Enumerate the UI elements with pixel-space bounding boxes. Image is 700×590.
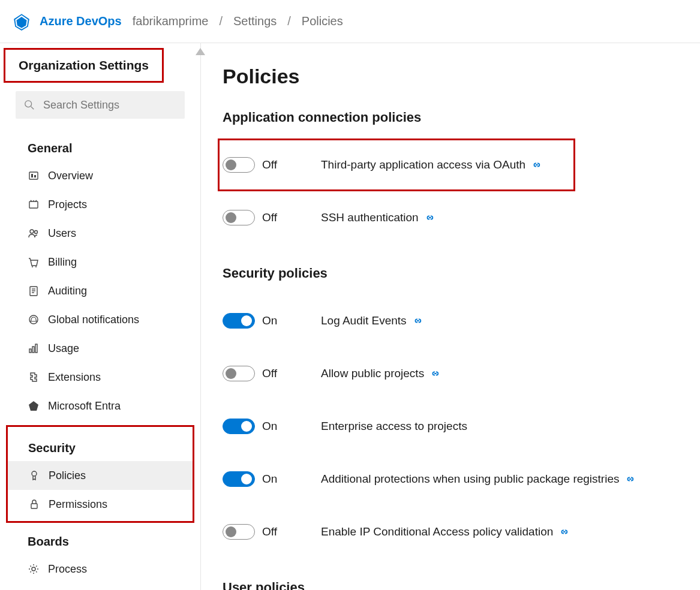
search-icon [24, 99, 35, 111]
policy-toggle-state: On [262, 314, 313, 327]
policy-toggle-state: On [262, 472, 313, 486]
link-icon[interactable] [531, 160, 541, 170]
breadcrumb-separator: / [287, 14, 291, 28]
notifications-icon [28, 314, 40, 326]
sidebar-item-extensions[interactable]: Extensions [0, 363, 200, 392]
sidebar-item-label: Permissions [49, 498, 107, 511]
page-title: Policies [223, 65, 688, 88]
policy-name: Allow public projects [321, 367, 440, 380]
policy-name: Enterprise access to projects [321, 420, 467, 433]
policy-toggle[interactable] [223, 210, 255, 225]
breadcrumb-org[interactable]: fabrikamprime [133, 14, 209, 28]
sidebar-security-highlight: Security PoliciesPermissions [6, 425, 194, 523]
sidebar-item-label: Global notifications [48, 314, 139, 326]
projects-icon [28, 198, 40, 210]
sidebar-item-label: Billing [48, 256, 77, 269]
policy-toggle-state: On [262, 420, 313, 433]
sidebar-item-permissions[interactable]: Permissions [8, 490, 193, 519]
policy-toggle-state: Off [262, 367, 313, 380]
policy-name-text: Third-party application access via OAuth [321, 158, 525, 171]
policy-name: Additional protections when using public… [321, 472, 635, 486]
policy-toggle[interactable] [223, 524, 255, 540]
link-icon[interactable] [413, 316, 422, 326]
policy-row: OnAdditional protections when using publ… [223, 453, 688, 505]
link-icon[interactable] [559, 527, 569, 537]
azure-devops-logo-icon[interactable] [12, 12, 31, 31]
sidebar-item-label: Overview [48, 170, 93, 182]
sidebar-item-global-notifications[interactable]: Global notifications [0, 305, 200, 334]
sidebar-item-users[interactable]: Users [0, 219, 200, 248]
breadcrumb-brand[interactable]: Azure DevOps [40, 14, 122, 28]
policy-toggle[interactable] [223, 157, 255, 173]
link-icon[interactable] [625, 474, 635, 484]
billing-icon [28, 256, 40, 268]
sidebar: Organization Settings General OverviewPr… [0, 43, 201, 590]
policy-row: OnEnterprise access to projects [223, 400, 688, 453]
sidebar-title: Organization Settings [4, 48, 164, 83]
policy-name-text: Log Audit Events [321, 314, 407, 327]
policies-icon [28, 469, 40, 481]
policy-row: OnLog Audit Events [223, 294, 688, 347]
policy-section-title: Application connection policies [223, 110, 688, 125]
policy-section-title: User policies [223, 580, 688, 590]
policy-row: OffSSH authentication [223, 191, 688, 244]
sidebar-item-auditing[interactable]: Auditing [0, 276, 200, 305]
sidebar-item-billing[interactable]: Billing [0, 248, 200, 276]
sidebar-item-process[interactable]: Process [0, 555, 200, 583]
policy-row: OffEnable IP Conditional Access policy v… [223, 505, 688, 558]
sidebar-section-boards: Boards [0, 523, 200, 555]
sidebar-item-label: Process [48, 563, 87, 576]
policy-name-text: SSH authentication [321, 211, 419, 224]
policy-toggle[interactable] [223, 366, 255, 381]
sidebar-item-label: Extensions [48, 371, 101, 384]
link-icon[interactable] [425, 213, 434, 222]
policy-name: Enable IP Conditional Access policy vali… [321, 525, 569, 538]
policy-toggle-state: Off [262, 211, 313, 224]
breadcrumb-settings[interactable]: Settings [233, 14, 277, 28]
policy-name-text: Allow public projects [321, 367, 424, 380]
entra-icon [28, 400, 40, 412]
breadcrumb-separator: / [219, 14, 223, 28]
policy-name: Log Audit Events [321, 314, 422, 327]
main-content: Policies Application connection policies… [201, 43, 700, 590]
policy-toggle[interactable] [223, 419, 255, 434]
policy-toggle-state: Off [262, 525, 313, 538]
overview-icon [28, 170, 40, 182]
policy-row: OffAllow public projects [223, 347, 688, 400]
policy-toggle-state: Off [262, 158, 313, 171]
breadcrumb-policies[interactable]: Policies [302, 14, 343, 28]
sidebar-item-label: Usage [48, 342, 79, 355]
sidebar-item-label: Auditing [48, 285, 87, 297]
sidebar-item-microsoft-entra[interactable]: Microsoft Entra [0, 392, 200, 420]
users-icon [28, 227, 40, 239]
sidebar-item-policies[interactable]: Policies [8, 461, 193, 490]
policy-name-text: Additional protections when using public… [321, 472, 619, 486]
sidebar-item-label: Microsoft Entra [48, 400, 121, 413]
sidebar-item-projects[interactable]: Projects [0, 190, 200, 219]
permissions-icon [28, 498, 40, 510]
policy-name: SSH authentication [321, 211, 434, 224]
policy-toggle[interactable] [223, 471, 255, 487]
policy-name-text: Enable IP Conditional Access policy vali… [321, 525, 553, 538]
top-bar: Azure DevOps fabrikamprime / Settings / … [0, 0, 700, 43]
auditing-icon [28, 285, 40, 297]
sidebar-item-usage[interactable]: Usage [0, 334, 200, 363]
extensions-icon [28, 371, 40, 383]
policy-toggle[interactable] [223, 313, 255, 329]
search-settings-container[interactable] [16, 91, 185, 119]
sidebar-section-general: General [0, 130, 200, 161]
policy-section-title: Security policies [223, 266, 688, 281]
sidebar-item-label: Users [48, 227, 76, 240]
policy-name: Third-party application access via OAuth [321, 158, 541, 171]
sidebar-item-label: Projects [48, 198, 87, 211]
sidebar-section-security: Security [8, 429, 193, 461]
policy-name-text: Enterprise access to projects [321, 420, 467, 433]
usage-icon [28, 342, 40, 354]
sidebar-item-overview[interactable]: Overview [0, 161, 200, 190]
search-settings-input[interactable] [42, 98, 176, 112]
policy-row: OffThird-party application access via OA… [218, 139, 575, 191]
process-icon [28, 563, 40, 575]
sidebar-item-label: Policies [49, 469, 86, 482]
link-icon[interactable] [430, 369, 440, 378]
breadcrumb: Azure DevOps fabrikamprime / Settings / … [40, 14, 343, 28]
